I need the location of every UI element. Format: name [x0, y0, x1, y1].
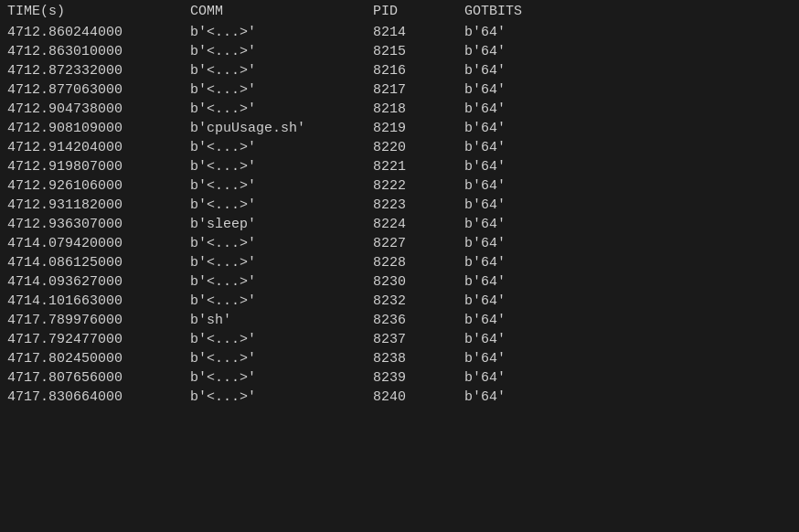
table-row: 4712.919807000b'<...>'8221b'64' [0, 157, 799, 176]
cell-pid: 8236 [373, 313, 464, 328]
cell-time: 4712.926106000 [7, 178, 190, 194]
cell-time: 4712.936307000 [7, 217, 190, 232]
table-row: 4714.079420000b'<...>'8227b'64' [0, 234, 799, 253]
table-row: 4717.807656000b'<...>'8239b'64' [0, 368, 799, 388]
cell-time: 4714.079420000 [7, 236, 190, 251]
cell-time: 4717.830664000 [7, 389, 190, 405]
cell-pid: 8222 [373, 178, 464, 194]
cell-comm: b'<...>' [190, 140, 373, 155]
table-row: 4712.863010000b'<...>'8215b'64' [0, 42, 799, 61]
cell-comm: b'sleep' [190, 217, 373, 232]
header-comm: COMM [190, 4, 373, 19]
header-gotbits: GOTBITS [464, 4, 602, 19]
cell-pid: 8227 [373, 236, 464, 251]
cell-comm: b'<...>' [190, 63, 373, 79]
cell-time: 4712.908109000 [7, 121, 190, 136]
cell-comm: b'<...>' [190, 25, 373, 40]
cell-gotbits: b'64' [464, 255, 602, 271]
cell-pid: 8215 [373, 44, 464, 59]
cell-pid: 8230 [373, 274, 464, 290]
cell-gotbits: b'64' [464, 293, 602, 309]
cell-gotbits: b'64' [464, 25, 602, 40]
table-row: 4712.914204000b'<...>'8220b'64' [0, 138, 799, 157]
cell-pid: 8239 [373, 370, 464, 386]
cell-comm: b'<...>' [190, 274, 373, 290]
table-row: 4712.936307000b'sleep'8224b'64' [0, 215, 799, 234]
cell-gotbits: b'64' [464, 313, 602, 328]
cell-time: 4717.802450000 [7, 351, 190, 367]
cell-gotbits: b'64' [464, 351, 602, 367]
cell-comm: b'<...>' [190, 370, 373, 386]
cell-pid: 8223 [373, 197, 464, 213]
cell-time: 4712.914204000 [7, 140, 190, 155]
cell-pid: 8228 [373, 255, 464, 271]
cell-comm: b'sh' [190, 313, 373, 328]
table-row: 4712.926106000b'<...>'8222b'64' [0, 176, 799, 196]
cell-pid: 8238 [373, 351, 464, 367]
cell-comm: b'<...>' [190, 293, 373, 309]
cell-gotbits: b'64' [464, 63, 602, 79]
header-time: TIME(s) [7, 4, 190, 19]
cell-pid: 8240 [373, 389, 464, 405]
table-row: 4717.830664000b'<...>'8240b'64' [0, 388, 799, 407]
cell-pid: 8214 [373, 25, 464, 40]
header-pid: PID [373, 4, 464, 19]
cell-time: 4712.872332000 [7, 63, 190, 79]
cell-gotbits: b'64' [464, 178, 602, 194]
table-row: 4717.789976000b'sh'8236b'64' [0, 311, 799, 330]
cell-pid: 8232 [373, 293, 464, 309]
cell-comm: b'<...>' [190, 159, 373, 175]
cell-time: 4712.863010000 [7, 44, 190, 59]
cell-pid: 8221 [373, 159, 464, 175]
trace-table: TIME(s) COMM PID GOTBITS 4712.860244000b… [0, 0, 799, 407]
cell-gotbits: b'64' [464, 332, 602, 347]
table-row: 4714.093627000b'<...>'8230b'64' [0, 272, 799, 292]
table-row: 4712.877063000b'<...>'8217b'64' [0, 80, 799, 100]
cell-gotbits: b'64' [464, 236, 602, 251]
cell-time: 4712.931182000 [7, 197, 190, 213]
cell-comm: b'<...>' [190, 197, 373, 213]
cell-gotbits: b'64' [464, 217, 602, 232]
cell-pid: 8217 [373, 82, 464, 98]
table-row: 4717.792477000b'<...>'8237b'64' [0, 330, 799, 349]
cell-comm: b'<...>' [190, 82, 373, 98]
cell-pid: 8224 [373, 217, 464, 232]
cell-pid: 8237 [373, 332, 464, 347]
cell-comm: b'cpuUsage.sh' [190, 121, 373, 136]
cell-comm: b'<...>' [190, 236, 373, 251]
cell-time: 4712.860244000 [7, 25, 190, 40]
table-row: 4712.860244000b'<...>'8214b'64' [0, 23, 799, 42]
cell-comm: b'<...>' [190, 101, 373, 117]
cell-time: 4717.789976000 [7, 313, 190, 328]
cell-comm: b'<...>' [190, 332, 373, 347]
cell-comm: b'<...>' [190, 389, 373, 405]
cell-pid: 8219 [373, 121, 464, 136]
cell-gotbits: b'64' [464, 389, 602, 405]
table-row: 4714.101663000b'<...>'8232b'64' [0, 292, 799, 311]
cell-gotbits: b'64' [464, 121, 602, 136]
table-row: 4712.872332000b'<...>'8216b'64' [0, 61, 799, 80]
cell-gotbits: b'64' [464, 159, 602, 175]
cell-comm: b'<...>' [190, 178, 373, 194]
table-row: 4712.931182000b'<...>'8223b'64' [0, 196, 799, 215]
cell-gotbits: b'64' [464, 197, 602, 213]
cell-time: 4712.919807000 [7, 159, 190, 175]
cell-gotbits: b'64' [464, 101, 602, 117]
cell-comm: b'<...>' [190, 351, 373, 367]
cell-time: 4714.093627000 [7, 274, 190, 290]
cell-time: 4717.807656000 [7, 370, 190, 386]
table-row: 4717.802450000b'<...>'8238b'64' [0, 349, 799, 368]
cell-time: 4714.101663000 [7, 293, 190, 309]
cell-gotbits: b'64' [464, 274, 602, 290]
cell-pid: 8216 [373, 63, 464, 79]
cell-gotbits: b'64' [464, 370, 602, 386]
cell-time: 4712.877063000 [7, 82, 190, 98]
table-row: 4712.908109000b'cpuUsage.sh'8219b'64' [0, 119, 799, 138]
cell-gotbits: b'64' [464, 44, 602, 59]
cell-time: 4717.792477000 [7, 332, 190, 347]
cell-gotbits: b'64' [464, 140, 602, 155]
table-header-row: TIME(s) COMM PID GOTBITS [0, 0, 799, 23]
cell-comm: b'<...>' [190, 44, 373, 59]
cell-time: 4712.904738000 [7, 101, 190, 117]
table-row: 4712.904738000b'<...>'8218b'64' [0, 100, 799, 119]
